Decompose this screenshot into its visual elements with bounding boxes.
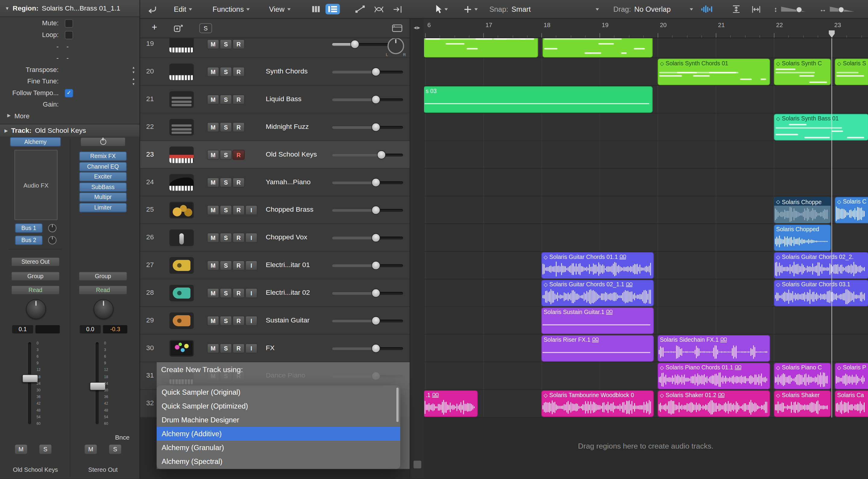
output-button[interactable]: Stereo Out	[11, 257, 60, 267]
track-header-row[interactable]: 26MSRIChopped Vox	[140, 224, 410, 252]
region[interactable]: ◇Solaris Piano Chords 01.1ΩΩ	[658, 363, 770, 389]
track-mute-button[interactable]: M	[207, 95, 219, 104]
stepper-down-icon[interactable]: ▾	[133, 81, 134, 87]
audio-fx-slot[interactable]: Audio FX	[14, 150, 58, 220]
region[interactable]: ◇Solaris Synth C	[774, 59, 831, 85]
instrument-slot-button[interactable]: Alchemy	[10, 137, 61, 147]
plugin-slot-subbass[interactable]: SubBass	[79, 182, 127, 192]
track-header-row[interactable]: 25MSRIChopped Brass	[140, 196, 410, 224]
track-solo-button[interactable]: S	[220, 178, 232, 187]
slider-thumb[interactable]	[371, 233, 380, 242]
automation-read-button[interactable]: Read	[79, 285, 127, 295]
slider-thumb[interactable]	[371, 206, 380, 214]
track-solo-button[interactable]: S	[220, 261, 232, 270]
track-record-arm-button[interactable]: R	[232, 122, 244, 132]
track-input-monitor-button[interactable]: I	[245, 205, 257, 215]
track-volume-slider[interactable]	[332, 178, 403, 186]
track-name[interactable]: Midnight Fuzz	[266, 123, 328, 131]
pan-knob[interactable]	[388, 38, 404, 54]
track-header-row[interactable]: 28MSRIElectri...itar 02	[140, 279, 410, 307]
track-mute-button[interactable]: M	[207, 122, 219, 132]
automation-curve-icon[interactable]	[355, 0, 365, 19]
menu-item[interactable]: Drum Machine Designer	[157, 413, 400, 427]
menu-item[interactable]: Alchemy (Spectral)	[157, 455, 400, 469]
region[interactable]: ◇Solaris Guitar Chords 02_2.	[774, 252, 868, 279]
track-header-row[interactable]: 22MSRMidnight Fuzz	[140, 113, 410, 141]
track-record-arm-button[interactable]: R	[232, 95, 244, 104]
add-track-button[interactable]: +	[152, 22, 157, 33]
region[interactable]: ◇Solaris S	[835, 59, 868, 85]
menu-item[interactable]: Quick Sampler (Optimized)	[157, 399, 400, 413]
stepper-up-icon[interactable]: ▴	[133, 76, 134, 81]
track-header-row[interactable]: 21MSRLiquid Bass	[140, 86, 410, 113]
slider-thumb[interactable]	[377, 150, 386, 159]
region[interactable]: Solaris Riser FX.1ΩΩ	[541, 335, 653, 362]
lanes-view-button[interactable]	[326, 0, 340, 19]
volume-value-display[interactable]	[36, 325, 60, 334]
slider-thumb[interactable]	[371, 123, 380, 132]
strip-solo-button[interactable]: S	[39, 444, 52, 455]
strip-mute-button[interactable]: M	[14, 444, 28, 455]
volume-value-display[interactable]: -0.3	[103, 325, 127, 334]
plugin-slot-channeleq[interactable]: Channel EQ	[79, 162, 127, 171]
plugin-slot-exciter[interactable]: Exciter	[79, 172, 127, 181]
lanes-grid[interactable]: ◇Solaris Synth Chords 01◇Solaris Synth C…	[424, 30, 868, 418]
stepper-down-icon[interactable]: ▾	[133, 70, 134, 75]
crosshair-tool-button[interactable]	[464, 0, 478, 19]
track-header-row[interactable]: 24MSRYamah...Piano	[140, 169, 410, 196]
slider-thumb[interactable]	[371, 344, 380, 352]
stepper-up-icon[interactable]: ▴	[133, 65, 134, 70]
track-solo-button[interactable]: S	[220, 150, 232, 160]
track-solo-button[interactable]: S	[220, 39, 232, 49]
drag-dropdown[interactable]: Drag:No Overlap	[613, 0, 693, 19]
track-solo-button[interactable]: S	[220, 205, 232, 215]
grid-view-button[interactable]	[309, 0, 323, 19]
strip-mute-button[interactable]: M	[84, 444, 97, 455]
more-button[interactable]: More	[14, 112, 30, 120]
slider-thumb[interactable]	[371, 178, 380, 187]
crossfade-icon[interactable]	[374, 0, 384, 19]
track-mute-button[interactable]: M	[207, 288, 219, 298]
send-bus1-button[interactable]: Bus 1	[15, 224, 43, 233]
pointer-tool-button[interactable]	[435, 0, 448, 19]
new-track-menu[interactable]: Quick Sampler (Original)Quick Sampler (O…	[157, 385, 400, 469]
track-name[interactable]: Electri...itar 02	[266, 289, 328, 297]
track-input-monitor-button[interactable]: I	[245, 233, 257, 243]
menu-item[interactable]: Alchemy (Granular)	[157, 441, 400, 455]
slider-thumb[interactable]	[371, 289, 380, 298]
track-mute-button[interactable]: M	[207, 178, 219, 187]
track-volume-slider[interactable]	[332, 96, 403, 104]
send-knob-1[interactable]	[48, 224, 57, 232]
volume-fader[interactable]: 0369121824303642485460	[11, 340, 59, 429]
track-header-row[interactable]: 30MSRIFX	[140, 335, 410, 362]
group-button[interactable]: Group	[79, 272, 127, 281]
region[interactable]: ◇Solaris C	[835, 197, 868, 224]
slider-thumb[interactable]	[371, 95, 380, 104]
splitter-handle[interactable]: ◀▶	[410, 25, 424, 30]
track-volume-slider[interactable]	[332, 124, 403, 131]
power-button[interactable]	[80, 137, 126, 147]
track-record-arm-button[interactable]: R	[232, 288, 244, 298]
pan-knob[interactable]	[26, 299, 46, 319]
region[interactable]: Solaris Sidechain FX.1ΩΩ	[658, 335, 770, 362]
region[interactable]: ◇Solaris Tambourine Woodblock 0	[541, 390, 653, 417]
track-mute-button[interactable]: M	[207, 39, 219, 49]
track-mute-button[interactable]: M	[207, 150, 219, 160]
track-record-arm-button[interactable]: R	[232, 344, 244, 353]
zoom-slider-thumb[interactable]	[796, 7, 802, 13]
horizontal-auto-zoom-icon[interactable]	[752, 0, 761, 19]
region[interactable]: ◇Solaris Shaker 01.2ΩΩ	[658, 390, 770, 417]
global-solo-button[interactable]: S	[199, 23, 212, 33]
send-knob-2[interactable]	[48, 236, 57, 244]
catch-playhead-icon[interactable]	[147, 0, 157, 19]
track-solo-button[interactable]: S	[220, 344, 232, 353]
track-record-arm-button[interactable]: R	[232, 316, 244, 326]
strip-solo-button[interactable]: S	[108, 444, 122, 455]
field-stepper[interactable]: ▴▾	[133, 76, 134, 86]
track-header-row[interactable]: 27MSRIElectri...itar 01	[140, 252, 410, 279]
snap-dropdown[interactable]: Snap:Smart	[490, 0, 599, 19]
track-name[interactable]: Liquid Bass	[266, 95, 328, 103]
menu-item[interactable]: Quick Sampler (Original)	[157, 385, 400, 399]
menu-item[interactable]: Alchemy (Additive)	[157, 427, 400, 441]
view-menu[interactable]: View	[269, 0, 291, 19]
